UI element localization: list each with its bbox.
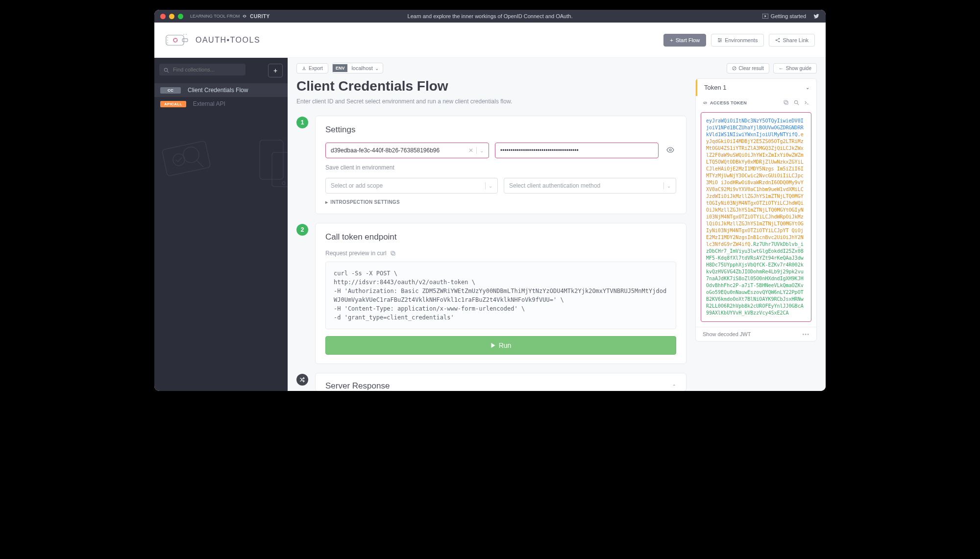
minimize-window[interactable] [169, 14, 174, 19]
close-window[interactable] [160, 14, 166, 19]
svg-point-21 [282, 182, 285, 185]
svg-point-4 [167, 40, 168, 41]
env-value: localhost ⌄ [347, 63, 382, 73]
search-icon[interactable] [794, 100, 799, 105]
token-card: Token 1 ⌄ ACCESS TOKEN [695, 78, 817, 341]
maximize-window[interactable] [178, 14, 183, 19]
cc-tag: CC [160, 87, 181, 94]
svg-point-15 [164, 68, 167, 71]
step-1-number: 1 [296, 117, 308, 128]
logo-text: OAUTH•TOOLS [196, 36, 260, 45]
traffic-lights [160, 14, 183, 19]
more-icon[interactable]: ••• [802, 331, 809, 337]
right-column: Token 1 ⌄ ACCESS TOKEN [695, 78, 817, 391]
sidebar-item-label: External API [193, 100, 225, 107]
settings-title: Settings [325, 125, 676, 135]
call-endpoint-title: Call token endpoint [325, 232, 676, 242]
header-actions: + Start Flow Environments Share Link [663, 34, 815, 47]
copy-icon[interactable] [784, 100, 789, 105]
chevron-down-icon[interactable]: ⌄ [480, 148, 484, 153]
svg-rect-19 [260, 140, 283, 179]
chevron-up-icon[interactable]: ⌄ [672, 384, 676, 389]
titlebar-tagline: Learn and explore the inner workings of … [408, 13, 573, 19]
svg-rect-16 [162, 141, 210, 176]
curl-preview: curl -Ss -X POST \ http://idsvr:8443/oau… [325, 262, 676, 329]
share-link-button[interactable]: Share Link [769, 34, 815, 47]
export-button[interactable]: Export [296, 63, 328, 73]
step-2-number: 2 [296, 224, 308, 236]
sidebar-item-client-credentials[interactable]: CC Client Credentials Flow [154, 83, 288, 97]
play-icon [490, 342, 496, 348]
auth-method-select[interactable]: Select client authentication method ⌄ [504, 178, 676, 194]
svg-point-9 [718, 38, 719, 39]
curity-logo: CURITY [243, 14, 270, 19]
scope-select[interactable]: Select or add scope ⌄ [325, 178, 498, 194]
show-guide-button[interactable]: ← Show guide [773, 63, 817, 73]
step-2: 2 Call token endpoint Request preview in… [296, 223, 686, 364]
play-icon [762, 14, 768, 19]
svg-point-11 [719, 41, 720, 42]
terminal-icon[interactable] [804, 100, 809, 105]
twitter-icon[interactable] [813, 13, 820, 19]
svg-point-28 [794, 100, 797, 103]
app-body: + CC Client Credentials Flow APICALL Ext… [154, 58, 826, 391]
app-header: OAUTH•TOOLS + Start Flow Environments Sh… [154, 23, 826, 58]
svg-rect-26 [785, 101, 788, 104]
download-icon [302, 66, 306, 71]
chevron-down-icon: ⌄ [667, 183, 671, 189]
svg-point-23 [669, 149, 671, 151]
svg-point-3 [167, 37, 168, 38]
toggle-secret-visibility[interactable] [664, 144, 676, 157]
svg-point-2 [173, 38, 177, 42]
svg-rect-1 [166, 35, 184, 45]
plus-icon: + [670, 37, 673, 43]
svg-point-6 [183, 34, 184, 35]
sidebar-search-row: + [154, 58, 288, 83]
client-secret-input[interactable]: •••••••••••••••••••••••••••••••••••••• [495, 143, 659, 158]
server-response-title: Server Response [325, 381, 390, 391]
token-type-row: ACCESS TOKEN [696, 96, 816, 109]
page-subtitle: Enter client ID and Secret select enviro… [296, 98, 686, 105]
content-toolbar: Export ENV localhost ⌄ Clear result ← Sh [288, 58, 826, 78]
share-icon [775, 38, 780, 43]
svg-rect-25 [391, 251, 394, 254]
add-collection-button[interactable]: + [268, 64, 283, 77]
arrow-left-icon: ← [779, 66, 784, 71]
step-3-number [296, 374, 308, 386]
environments-button[interactable]: Environments [711, 34, 764, 47]
request-preview-label: Request preview in curl [325, 250, 676, 257]
step-1: 1 Settings d39edbaa-fe3c-440f-8b26-76385… [296, 116, 686, 214]
sidebar-item-external-api[interactable]: APICALL External API [154, 97, 288, 111]
settings-card: Settings d39edbaa-fe3c-440f-8b26-7638581… [315, 116, 686, 214]
introspection-settings-toggle[interactable]: ▸ INTROSPECTION SETTINGS [325, 199, 676, 205]
step-3: Server Response ⌄ [296, 373, 686, 391]
environment-selector[interactable]: ENV localhost ⌄ [332, 63, 383, 73]
save-client-link[interactable]: Save client in environment [325, 164, 676, 171]
shuffle-icon [299, 377, 305, 383]
run-button[interactable]: Run [325, 336, 676, 355]
chevron-down-icon: ⌄ [375, 66, 379, 71]
clear-icon[interactable]: ✕ [468, 147, 473, 154]
token-header[interactable]: Token 1 ⌄ [696, 79, 816, 96]
call-endpoint-card: Call token endpoint Request preview in c… [315, 223, 686, 364]
clear-result-button[interactable]: Clear result [727, 63, 769, 73]
sidebar-illustration [154, 125, 288, 196]
svg-point-10 [720, 40, 721, 41]
getting-started-link[interactable]: Getting started [762, 13, 806, 19]
copy-icon[interactable] [391, 251, 396, 256]
jwt-token-display[interactable]: eyJraWQiOiItNDc3NzY5OTQyIiwieDV0IjoiV1NP… [701, 112, 811, 322]
svg-rect-20 [272, 152, 288, 187]
start-flow-button[interactable]: + Start Flow [663, 34, 706, 47]
server-response-card: Server Response ⌄ [315, 373, 686, 391]
show-decoded-jwt[interactable]: Show decoded JWT ••• [696, 327, 816, 341]
chevron-down-icon: ⌄ [806, 85, 809, 90]
center-column: Client Credentials Flow Enter client ID … [296, 78, 686, 391]
search-input[interactable] [159, 64, 245, 75]
sidebar-item-label: Client Credentials Flow [188, 87, 248, 94]
client-id-input[interactable]: d39edbaa-fe3c-440f-8b26-763858196b96 ✕ ⌄ [325, 143, 489, 158]
sliders-icon [717, 38, 722, 43]
oauth-tools-logo-icon [165, 33, 189, 48]
svg-rect-27 [784, 100, 787, 103]
main-content: Export ENV localhost ⌄ Clear result ← Sh [288, 58, 826, 391]
link-icon [703, 100, 708, 105]
